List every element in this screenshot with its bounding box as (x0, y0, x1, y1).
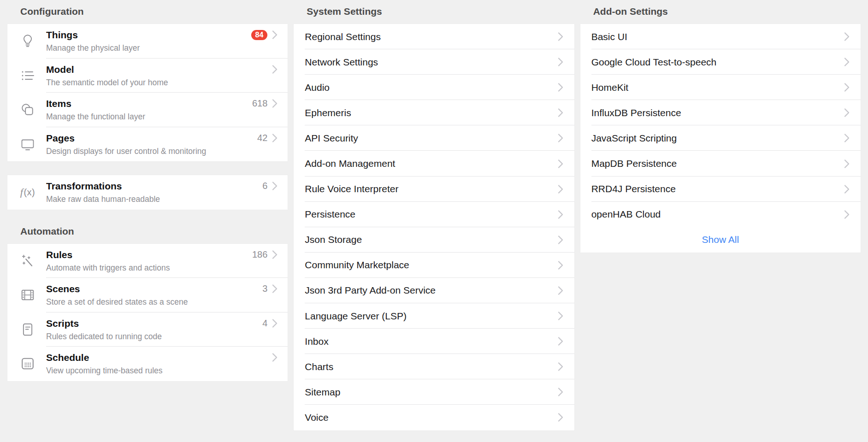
list-item-sitemap[interactable]: Sitemap (294, 379, 574, 405)
item-label: openHAB Cloud (580, 209, 844, 220)
item-label: Inbox (294, 336, 557, 347)
list-item-scenes[interactable]: Scenes3Store a set of desired states as … (7, 278, 288, 312)
pages-display-icon (20, 138, 35, 151)
column-configuration: Configuration Things84Manage the physica… (7, 0, 288, 430)
list-item-rule-voice-interpreter[interactable]: Rule Voice Interpreter (294, 177, 574, 202)
list-item-javascript-scripting[interactable]: JavaScript Scripting (580, 125, 861, 151)
addon-settings-card: Basic UIGoogle Cloud Test-to-speechHomeK… (580, 24, 861, 253)
list-item-inbox[interactable]: Inbox (294, 329, 574, 354)
addon-settings-list: Basic UIGoogle Cloud Test-to-speechHomeK… (580, 24, 861, 227)
list-item-homekit[interactable]: HomeKit (580, 75, 861, 100)
item-subtitle: Manage the physical layer (46, 43, 288, 53)
column-addon-settings: Add-on Settings Basic UIGoogle Cloud Tes… (580, 0, 861, 430)
system-settings-list: Regional SettingsNetwork SettingsAudioEp… (294, 24, 574, 430)
list-item-persistence[interactable]: Persistence (294, 202, 574, 227)
item-label: Json Storage (294, 234, 557, 245)
item-count: 618 (252, 98, 267, 109)
item-label: Google Cloud Test-to-speech (580, 57, 844, 68)
item-subtitle: Rules dedicated to running code (46, 332, 288, 342)
list-item-basic-ui[interactable]: Basic UI (580, 24, 861, 49)
list-item-schedule[interactable]: ScheduleView upcoming time-based rules (7, 347, 288, 381)
chevron-right-icon (558, 133, 563, 143)
list-item-rrd4j-persistence[interactable]: RRD4J Persistence (580, 177, 861, 202)
item-label: Network Settings (294, 57, 557, 68)
row-content: Scenes3Store a set of desired states as … (46, 283, 288, 307)
list-item-add-on-management[interactable]: Add-on Management (294, 151, 574, 176)
item-subtitle: Automate with triggers and actions (46, 263, 288, 273)
item-count: 3 (262, 283, 267, 294)
list-item-voice[interactable]: Voice (294, 405, 574, 430)
chevron-right-icon (844, 57, 850, 67)
list-item-json-3rd-party-add-on-service[interactable]: Json 3rd Party Add-on Service (294, 278, 574, 303)
list-item-ephemeris[interactable]: Ephemeris (294, 100, 574, 125)
item-subtitle: View upcoming time-based rules (46, 366, 288, 376)
list-item-language-server-lsp[interactable]: Language Server (LSP) (294, 303, 574, 329)
row-content: Pages42Design displays for user control … (46, 132, 288, 156)
list-item-network-settings[interactable]: Network Settings (294, 49, 574, 75)
list-item-things[interactable]: Things84Manage the physical layer (7, 24, 288, 59)
chevron-right-icon (558, 159, 563, 169)
list-item-openhab-cloud[interactable]: openHAB Cloud (580, 202, 861, 227)
chevron-right-icon (558, 210, 563, 219)
item-subtitle: Store a set of desired states as a scene (46, 297, 288, 307)
item-title: Things (46, 29, 251, 41)
list-item-community-marketplace[interactable]: Community Marketplace (294, 253, 574, 278)
item-title: Scenes (46, 283, 262, 295)
item-count: 6 (262, 181, 267, 191)
row-content: Items618Manage the functional layer (46, 98, 288, 122)
show-all-button[interactable]: Show All (580, 227, 861, 253)
chevron-right-icon (558, 286, 563, 295)
list-item-model[interactable]: ModelThe semantic model of your home (7, 59, 288, 93)
items-shapes-icon (20, 103, 35, 117)
section-title-configuration: Configuration (7, 6, 288, 18)
chevron-right-icon (558, 32, 563, 41)
chevron-right-icon (558, 108, 563, 118)
item-label: Add-on Management (294, 158, 557, 169)
item-label: InfluxDB Persistence (580, 107, 844, 118)
list-item-mapdb-persistence[interactable]: MapDB Persistence (580, 151, 861, 176)
list-item-items[interactable]: Items618Manage the functional layer (7, 93, 288, 127)
item-label: Language Server (LSP) (294, 311, 557, 322)
list-item-regional-settings[interactable]: Regional Settings (294, 24, 574, 49)
item-subtitle: Design displays for user control & monit… (46, 147, 288, 156)
configuration-card-main: Things84Manage the physical layerModelTh… (7, 24, 288, 161)
chevron-right-icon (844, 210, 850, 219)
item-label: Persistence (294, 209, 557, 220)
row-content: ModelThe semantic model of your home (46, 64, 288, 88)
automation-list: Rules186Automate with triggers and actio… (7, 244, 288, 381)
row-content: ScheduleView upcoming time-based rules (46, 352, 288, 376)
list-item-rules[interactable]: Rules186Automate with triggers and actio… (7, 244, 288, 278)
chevron-right-icon (558, 387, 563, 397)
item-label: Rule Voice Interpreter (294, 183, 557, 194)
column-system-settings: System Settings Regional SettingsNetwork… (294, 0, 574, 430)
row-content: Scripts4Rules dedicated to running code (46, 318, 288, 342)
section-title-automation: Automation (7, 225, 288, 237)
chevron-right-icon (272, 181, 278, 191)
list-item-api-security[interactable]: API Security (294, 125, 574, 151)
chevron-right-icon (272, 318, 278, 328)
item-label: Community Marketplace (294, 259, 557, 271)
chevron-right-icon (558, 57, 563, 67)
list-item-transformations[interactable]: f(x)Transformations6Make raw data human-… (7, 175, 288, 210)
chevron-right-icon (272, 353, 278, 362)
list-item-influxdb-persistence[interactable]: InfluxDB Persistence (580, 100, 861, 125)
chevron-right-icon (558, 260, 563, 270)
item-count: 4 (262, 318, 267, 329)
list-item-scripts[interactable]: Scripts4Rules dedicated to running code (7, 312, 288, 347)
item-count: 42 (257, 133, 267, 143)
item-subtitle: Manage the functional layer (46, 112, 288, 122)
item-subtitle: Make raw data human-readable (46, 194, 288, 204)
chevron-right-icon (558, 413, 563, 422)
show-all-label: Show All (702, 234, 739, 245)
row-content: Transformations6Make raw data human-read… (46, 180, 288, 204)
list-item-pages[interactable]: Pages42Design displays for user control … (7, 127, 288, 162)
item-label: MapDB Persistence (580, 158, 844, 169)
list-item-audio[interactable]: Audio (294, 75, 574, 100)
chevron-right-icon (558, 336, 563, 346)
automation-card: Rules186Automate with triggers and actio… (7, 244, 288, 381)
list-item-charts[interactable]: Charts (294, 354, 574, 379)
chevron-right-icon (844, 184, 850, 194)
list-item-json-storage[interactable]: Json Storage (294, 227, 574, 253)
list-item-google-cloud-test-to-speech[interactable]: Google Cloud Test-to-speech (580, 49, 861, 75)
chevron-right-icon (272, 65, 278, 74)
